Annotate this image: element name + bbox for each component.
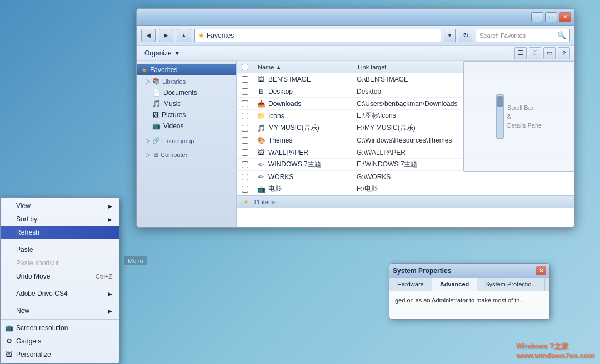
music-label: Music [163,100,181,108]
view-toggle-button[interactable]: ☰ [514,47,527,59]
file-checkbox-8[interactable] [237,174,253,180]
file-icon-9: 📺 [257,185,266,194]
forward-button[interactable]: ► [159,29,173,42]
menu-item-paste[interactable]: Paste [1,243,119,256]
minimize-button[interactable]: — [531,12,543,22]
file-select-checkbox-3[interactable] [242,113,248,119]
undo-shortcut: Ctrl+Z [96,273,112,280]
search-icon: 🔍 [557,31,566,39]
menu-item-undo-move[interactable]: Undo Move Ctrl+Z [1,270,119,283]
help-button[interactable]: ? [558,47,570,59]
dialog-close-button[interactable]: ✕ [536,266,546,275]
menu-gadgets-label: Gadgets [16,337,41,345]
menu-item-screen-resolution[interactable]: 📺 Screen resolution [1,321,119,335]
close-button[interactable]: ✕ [559,12,571,22]
file-select-checkbox-7[interactable] [242,161,248,168]
search-bar[interactable]: Search Favorites 🔍 [476,29,570,42]
address-dropdown-button[interactable]: ▼ [444,29,456,42]
menu-sortby-label: Sort by [16,215,37,223]
file-select-checkbox-6[interactable] [242,149,248,156]
screen-resolution-icon: 📺 [4,323,14,333]
organize-arrow-icon: ▼ [174,49,181,57]
details-pane-label: Details Pane [507,122,542,129]
file-select-checkbox-2[interactable] [242,100,248,107]
sidebar-section-homegroup[interactable]: ▷ 🔗 Homegroup [137,135,236,146]
file-name-text-5: Themes [268,136,292,144]
toolbar-right: ☰ ♡ ▭ ? [514,47,570,59]
up-button[interactable]: ▲ [177,29,191,42]
file-name-text-2: Downloads [268,100,301,108]
back-button[interactable]: ◄ [141,29,156,42]
file-icon-1: 🖥 [257,87,266,96]
file-icon-0: 🖼 [257,75,266,84]
dialog-title: System Properties [393,267,451,275]
sidebar-item-favorites[interactable]: ★ Favorites [137,64,236,75]
watermark: Windows 7之家 www.windows7en.com [516,341,594,360]
file-name-text-6: WALLPAPER [268,149,308,156]
header-name-col[interactable]: Name ▲ [253,61,353,73]
file-select-checkbox-1[interactable] [242,88,248,95]
scroll-thumb[interactable] [497,96,503,107]
dialog-tab-advanced[interactable]: Advanced [432,278,478,291]
file-target-cell-9: F:\电影 [353,183,574,195]
sidebar-section-computer[interactable]: ▷ 🖥 Computer [137,149,236,160]
file-checkbox-0[interactable] [237,76,253,83]
sort-up-icon: ▲ [276,64,281,70]
context-menu: View ▶ Sort by ▶ Refresh Paste Paste sho… [0,197,119,363]
target-col-label: Link target [358,64,386,70]
file-name-cell-4: 🎵 MY MUSIC(音乐) [253,122,353,134]
dialog-tab-system-protection[interactable]: System Protectio... [477,278,544,291]
menu-item-gadgets[interactable]: ⚙ Gadgets [1,335,119,348]
sidebar-section-libraries[interactable]: ▷ 📚 Libraries [137,75,236,87]
sidebar-item-pictures[interactable]: 🖼 Pictures [137,109,236,120]
file-checkbox-6[interactable] [237,149,253,156]
file-checkbox-5[interactable] [237,137,253,144]
menu-item-sortby[interactable]: Sort by ▶ [1,213,119,226]
scroll-bar-visual [496,94,504,139]
file-icon-4: 🎵 [257,124,266,133]
file-checkbox-3[interactable] [237,113,253,119]
file-name-cell-6: 🖼 WALLPAPER [253,147,353,158]
menu-item-personalize[interactable]: 🖼 Personalize [1,348,119,361]
file-checkbox-9[interactable] [237,186,253,193]
file-checkbox-1[interactable] [237,88,253,95]
dialog-tab-hardware[interactable]: Hardware [389,278,432,291]
file-checkbox-2[interactable] [237,100,253,107]
menu-separator-4 [1,319,119,320]
sidebar-item-videos[interactable]: 📺 Videos [137,120,236,132]
file-select-checkbox-5[interactable] [242,137,248,144]
layout-button[interactable]: ▭ [543,47,556,59]
name-col-label: Name [258,64,274,70]
table-row[interactable]: 📺 电影 F:\电影 [237,183,574,195]
menu-item-view[interactable]: View ▶ [1,199,119,213]
maximize-button[interactable]: □ [545,12,557,22]
file-checkbox-7[interactable] [237,161,253,168]
file-select-checkbox-4[interactable] [242,125,248,132]
status-bar: ★ 11 items [237,195,574,208]
watermark-line1: Windows 7之家 [516,341,594,351]
organize-button[interactable]: Organize ▼ [141,48,184,58]
file-select-checkbox-0[interactable] [242,76,248,83]
sidebar-item-music[interactable]: 🎵 Music [137,98,236,109]
preview-button[interactable]: ♡ [529,47,541,59]
navigation-toolbar: ◄ ► ▲ ★ Favorites ▼ ↻ Search Favorites 🔍 [137,26,574,46]
address-refresh-button[interactable]: ↻ [459,29,472,42]
menu-item-adobe[interactable]: Adobe Drive CS4 ▶ [1,287,119,300]
sidebar-item-documents[interactable]: 📄 Documents [137,87,236,98]
file-select-checkbox-8[interactable] [242,174,248,180]
personalize-icon: 🖼 [4,350,14,360]
menu-view-label: View [16,202,31,210]
select-all-checkbox[interactable] [242,64,248,70]
menu-item-refresh[interactable]: Refresh [1,226,119,239]
file-checkbox-4[interactable] [237,125,253,132]
new-arrow-icon: ▶ [108,308,112,314]
pictures-label: Pictures [162,111,186,119]
header-checkbox[interactable] [237,61,253,73]
file-name-cell-0: 🖼 BEN'S IMAGE [253,74,353,85]
address-bar[interactable]: ★ Favorites [194,29,441,42]
file-select-checkbox-9[interactable] [242,186,248,193]
file-name-text-7: WINDOWS 7主题 [268,160,321,169]
menu-item-new[interactable]: New ▶ [1,304,119,317]
table-row[interactable]: ✏ WORKS G:\WORKS [237,171,574,183]
star-status-icon: ★ [243,198,249,205]
